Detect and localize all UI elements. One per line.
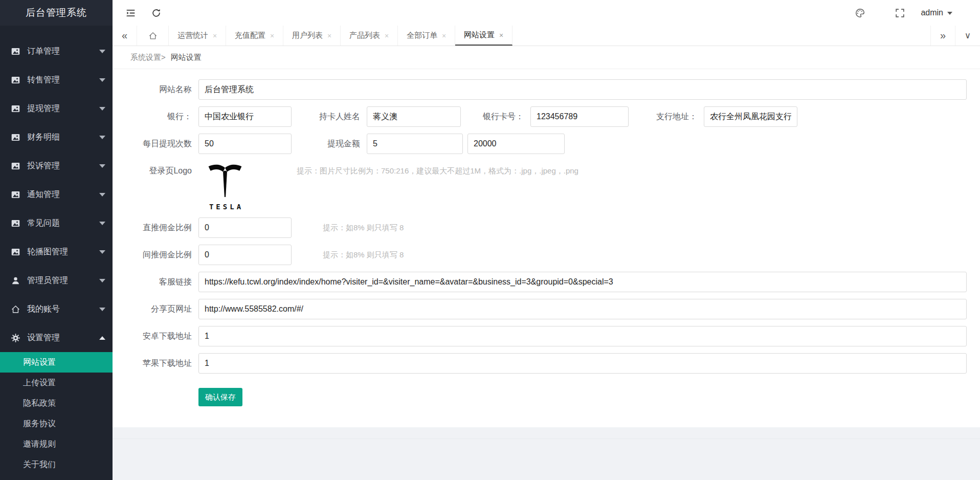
withdraw-amount-label: 提现金额 xyxy=(292,139,367,149)
close-tab-icon[interactable]: × xyxy=(327,32,331,39)
sidebar-item-invite-rules[interactable]: 邀请规则 xyxy=(0,434,113,454)
sidebar-item-label: 轮播图管理 xyxy=(27,247,99,257)
image-icon xyxy=(10,132,20,142)
sidebar-item-complaints[interactable]: 投诉管理 xyxy=(0,151,113,180)
tab-operation-stats[interactable]: 运营统计 × xyxy=(169,26,226,46)
sidebar-item-label: 常见问题 xyxy=(27,218,99,229)
daily-times-input[interactable] xyxy=(198,134,292,154)
chevron-down-icon xyxy=(99,193,105,197)
tab-label: 充值配置 xyxy=(235,31,265,40)
tab-label: 网站设置 xyxy=(464,30,495,40)
sidebar-item-upload-settings[interactable]: 上传设置 xyxy=(0,373,113,393)
close-tab-icon[interactable]: × xyxy=(499,32,503,39)
login-logo-image[interactable]: TESLA xyxy=(203,161,247,211)
branch-input[interactable] xyxy=(704,106,797,127)
share-url-input[interactable] xyxy=(198,299,967,319)
tabs-dropdown-button[interactable]: ∨ xyxy=(955,26,980,46)
sidebar-item-label: 提现管理 xyxy=(27,103,99,114)
direct-rate-hint: 提示：如8% 则只填写 8 xyxy=(323,223,404,233)
tabs-scroll-left-button[interactable]: « xyxy=(113,26,137,46)
image-icon xyxy=(10,103,20,114)
footer-area xyxy=(113,427,980,480)
sidebar-item-notifications[interactable]: 通知管理 xyxy=(0,180,113,209)
direct-rate-label: 直推佣金比例 xyxy=(113,223,198,233)
login-logo-row: 登录页Logo TESLA 提示：图片尺寸比例为：750:216，建议最大不超过… xyxy=(113,161,967,211)
home-icon xyxy=(148,31,158,40)
breadcrumb: 系统设置> 网站设置 xyxy=(113,46,980,69)
sidebar-item-orders[interactable]: 订单管理 xyxy=(0,37,113,66)
image-icon xyxy=(10,75,20,85)
user-icon xyxy=(10,275,20,286)
share-url-row: 分享页网址 xyxy=(113,299,967,319)
ios-url-input[interactable] xyxy=(198,353,967,374)
sidebar: 后台管理系统 订单管理 转售管理 提现管理 财务明细 xyxy=(0,0,113,480)
sidebar-item-admins[interactable]: 管理员管理 xyxy=(0,266,113,295)
close-tab-icon[interactable]: × xyxy=(213,32,217,39)
breadcrumb-parent: 系统设置> xyxy=(130,53,166,62)
sidebar-item-site-settings[interactable]: 网站设置 xyxy=(0,352,113,373)
tab-recharge-config[interactable]: 充值配置 × xyxy=(226,26,283,46)
image-icon xyxy=(10,46,20,56)
cardholder-input[interactable] xyxy=(367,106,461,127)
ios-url-row: 苹果下载地址 xyxy=(113,353,967,374)
withdraw-max-input[interactable] xyxy=(467,134,565,154)
image-icon xyxy=(10,161,20,171)
topbar: admin xyxy=(113,0,980,26)
tabs-scroll-right-button[interactable]: » xyxy=(931,26,955,46)
home-tab[interactable] xyxy=(137,26,169,46)
breadcrumb-current: 网站设置 xyxy=(171,53,202,62)
fullscreen-icon[interactable] xyxy=(893,6,906,19)
login-logo-label: 登录页Logo xyxy=(113,161,198,177)
sidebar-item-withdraw[interactable]: 提现管理 xyxy=(0,94,113,123)
card-no-input[interactable] xyxy=(530,106,629,127)
close-tab-icon[interactable]: × xyxy=(385,32,389,39)
tabbar: « 运营统计 × 充值配置 × 用户列表 × 产品列表 × 全部订单 × xyxy=(113,26,980,46)
image-icon xyxy=(10,189,20,200)
ios-url-label: 苹果下载地址 xyxy=(113,358,198,369)
indirect-rate-hint: 提示：如8% 则只填写 8 xyxy=(323,250,404,260)
sidebar-item-label: 设置管理 xyxy=(27,333,99,343)
collapse-sidebar-icon[interactable] xyxy=(124,6,137,19)
settings-submenu: 网站设置 上传设置 隐私政策 服务协议 邀请规则 关于我们 xyxy=(0,352,113,475)
service-link-input[interactable] xyxy=(198,272,967,292)
home-icon xyxy=(10,304,20,314)
withdraw-row: 每日提现次数 提现金额 xyxy=(113,134,967,154)
app-title: 后台管理系统 xyxy=(0,0,113,26)
sidebar-item-resale[interactable]: 转售管理 xyxy=(0,66,113,94)
sidebar-item-privacy-policy[interactable]: 隐私政策 xyxy=(0,393,113,413)
close-tab-icon[interactable]: × xyxy=(442,32,446,39)
refresh-icon[interactable] xyxy=(149,6,163,19)
bank-input[interactable] xyxy=(198,106,292,127)
close-tab-icon[interactable]: × xyxy=(270,32,274,39)
direct-rate-input[interactable] xyxy=(198,217,292,238)
topbar-right: admin xyxy=(853,6,952,19)
withdraw-min-input[interactable] xyxy=(367,134,463,154)
tab-label: 产品列表 xyxy=(349,31,380,40)
tab-all-orders[interactable]: 全部订单 × xyxy=(398,26,455,46)
tabbar-spacer xyxy=(513,26,931,46)
save-button[interactable]: 确认保存 xyxy=(198,388,242,406)
sidebar-item-finance[interactable]: 财务明细 xyxy=(0,123,113,151)
sidebar-item-service-agreement[interactable]: 服务协议 xyxy=(0,413,113,434)
theme-palette-icon[interactable] xyxy=(853,6,866,19)
image-icon xyxy=(10,218,20,228)
direct-rate-row: 直推佣金比例 提示：如8% 则只填写 8 xyxy=(113,217,967,238)
chevron-down-icon xyxy=(99,50,105,53)
sidebar-item-about-us[interactable]: 关于我们 xyxy=(0,454,113,475)
tab-product-list[interactable]: 产品列表 × xyxy=(341,26,398,46)
tab-site-settings[interactable]: 网站设置 × xyxy=(455,26,513,46)
sidebar-item-banners[interactable]: 轮播图管理 xyxy=(0,237,113,266)
chevron-down-icon xyxy=(99,107,105,111)
sidebar-item-settings[interactable]: 设置管理 xyxy=(0,323,113,352)
sidebar-item-my-account[interactable]: 我的账号 xyxy=(0,295,113,323)
sidebar-item-label: 投诉管理 xyxy=(27,161,99,171)
share-url-label: 分享页网址 xyxy=(113,304,198,315)
sidebar-item-label: 财务明细 xyxy=(27,132,99,143)
sidebar-item-faq[interactable]: 常见问题 xyxy=(0,209,113,237)
indirect-rate-input[interactable] xyxy=(198,245,292,265)
user-menu[interactable]: admin xyxy=(921,8,952,17)
tab-user-list[interactable]: 用户列表 × xyxy=(283,26,341,46)
android-url-label: 安卓下载地址 xyxy=(113,331,198,342)
site-name-input[interactable] xyxy=(198,79,967,100)
android-url-input[interactable] xyxy=(198,326,967,346)
